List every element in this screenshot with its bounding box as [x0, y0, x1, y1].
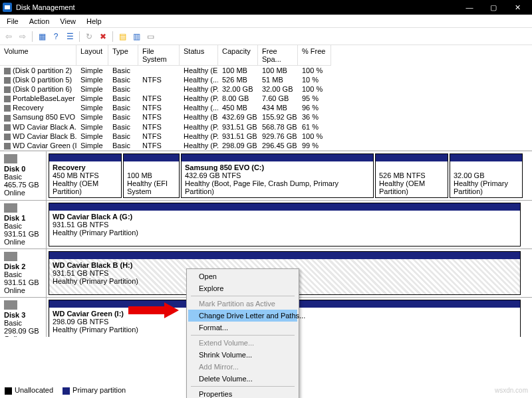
action3-icon[interactable]: ▭	[144, 31, 156, 43]
ctx-delete[interactable]: Delete Volume...	[188, 373, 297, 385]
action2-icon[interactable]: ▥	[130, 31, 142, 43]
disk-label[interactable]: Disk 1Basic931.51 GBOnline	[0, 201, 47, 249]
table-row[interactable]: (Disk 0 partition 6)SimpleBasicHealthy (…	[0, 84, 532, 94]
window-title: Disk Management	[16, 3, 75, 11]
ctx-properties[interactable]: Properties	[188, 388, 297, 398]
settings-icon[interactable]: ▦	[36, 31, 48, 43]
menu-view[interactable]: View	[55, 16, 81, 27]
grid-header: Volume Layout Type File System Status Ca…	[0, 45, 532, 66]
table-row[interactable]: RecoverySimpleBasicNTFSHealthy (...450 M…	[0, 103, 532, 112]
disk-row: Disk 0Basic465.75 GBOnlineRecovery450 MB…	[0, 151, 532, 201]
ctx-format[interactable]: Format...	[188, 322, 297, 334]
app-icon	[3, 3, 12, 12]
help-icon[interactable]: ?	[50, 31, 62, 43]
volume-grid: Volume Layout Type File System Status Ca…	[0, 45, 532, 151]
table-row[interactable]: (Disk 0 partition 5)SimpleBasicNTFSHealt…	[0, 75, 532, 84]
table-row[interactable]: Samsung 850 EVO ...SimpleBasicNTFSHealth…	[0, 112, 532, 122]
action1-icon[interactable]: ▤	[116, 31, 128, 43]
ctx-extend: Extend Volume...	[188, 337, 297, 349]
partition[interactable]: 32.00 GBHealthy (Primary Partition)	[450, 153, 523, 198]
toolbar: ⇦ ⇨ ▦ ? ☰ ↻ ✖ ▤ ▥ ▭	[0, 28, 532, 45]
back-icon[interactable]: ⇦	[3, 31, 15, 43]
col-type[interactable]: Type	[108, 45, 138, 66]
partition[interactable]: 100 MBHealthy (EFI System	[123, 153, 180, 198]
disk-label[interactable]: Disk 2Basic931.51 GBOnline	[0, 249, 47, 297]
ctx-explore[interactable]: Explore	[188, 282, 297, 294]
table-row[interactable]: WD Caviar Black B...SimpleBasicNTFSHealt…	[0, 132, 532, 141]
col-capacity[interactable]: Capacity	[218, 45, 258, 66]
legend-unalloc: Unallocated	[15, 386, 53, 394]
menubar: File Action View Help	[0, 15, 532, 28]
menu-help[interactable]: Help	[81, 16, 107, 27]
disk-label[interactable]: Disk 3Basic298.09 GBOnline	[0, 298, 47, 337]
partition[interactable]: WD Caviar Black A (G:)931.51 GB NTFSHeal…	[49, 203, 521, 247]
table-row[interactable]: WD Caviar Black A...SimpleBasicNTFSHealt…	[0, 122, 532, 132]
menu-action[interactable]: Action	[24, 16, 55, 27]
legend-primary: Primary partition	[72, 386, 126, 394]
ctx-open[interactable]: Open	[188, 270, 297, 282]
minimize-button[interactable]: —	[458, 0, 481, 15]
ctx-shrink[interactable]: Shrink Volume...	[188, 349, 297, 361]
menu-file[interactable]: File	[1, 16, 24, 27]
col-volume[interactable]: Volume	[0, 45, 76, 66]
annotation-arrow	[128, 302, 182, 318]
legend: Unallocated Primary partition	[3, 384, 128, 397]
ctx-change-letter[interactable]: Change Drive Letter and Paths...	[188, 310, 297, 322]
disk-label[interactable]: Disk 0Basic465.75 GBOnline	[0, 151, 47, 200]
titlebar: Disk Management — ▢ ✕	[0, 0, 532, 15]
ctx-mark-active: Mark Partition as Active	[188, 298, 297, 310]
partition[interactable]: 526 MB NTFSHealthy (OEM Partition)	[375, 153, 448, 198]
close-button[interactable]: ✕	[505, 0, 529, 15]
maximize-button[interactable]: ▢	[481, 0, 505, 15]
partition[interactable]: Samsung 850 EVO (C:)432.69 GB NTFSHealth…	[181, 153, 374, 198]
col-fs[interactable]: File System	[138, 45, 180, 66]
rescan-icon[interactable]: ↻	[83, 31, 95, 43]
watermark: wsxdn.com	[495, 387, 528, 394]
col-free[interactable]: Free Spa...	[258, 45, 298, 66]
table-row[interactable]: (Disk 0 partition 2)SimpleBasicHealthy (…	[0, 66, 532, 75]
col-layout[interactable]: Layout	[76, 45, 108, 66]
table-row[interactable]: WD Caviar Green (I:)SimpleBasicNTFSHealt…	[0, 141, 532, 150]
col-status[interactable]: Status	[180, 45, 218, 66]
forward-icon[interactable]: ⇨	[17, 31, 29, 43]
disk-row: Disk 1Basic931.51 GBOnlineWD Caviar Blac…	[0, 201, 532, 249]
table-row[interactable]: PortableBaseLayerSimpleBasicNTFSHealthy …	[0, 94, 532, 103]
col-pct[interactable]: % Free	[298, 45, 331, 66]
ctx-mirror: Add Mirror...	[188, 361, 297, 373]
list-icon[interactable]: ☰	[64, 31, 76, 43]
delete-icon[interactable]: ✖	[97, 31, 109, 43]
partition[interactable]: Recovery450 MB NTFSHealthy (OEM Partitio…	[49, 153, 122, 198]
context-menu: Open Explore Mark Partition as Active Ch…	[186, 268, 299, 398]
